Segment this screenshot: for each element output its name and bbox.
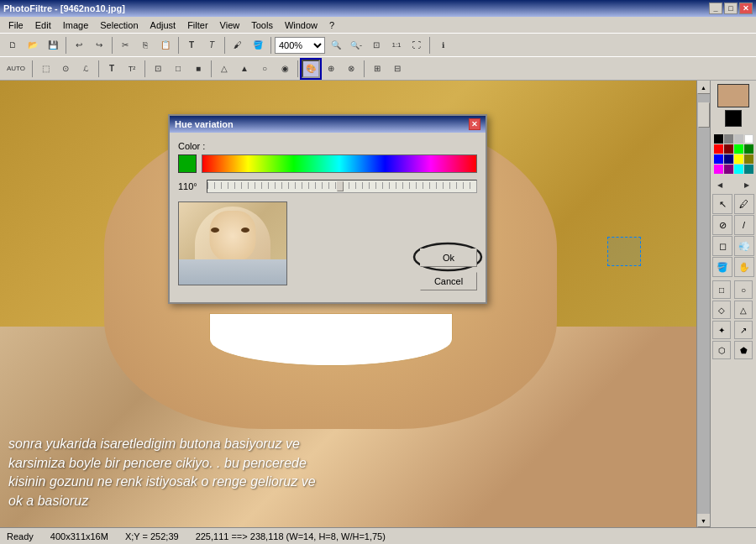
eyedropper-tool[interactable]: ⊕: [322, 60, 340, 78]
scrollbar-up-button[interactable]: ▲: [697, 81, 711, 94]
spray-tool[interactable]: 💨: [734, 236, 754, 256]
zoom-select[interactable]: 400% 200% 100% 50%: [275, 37, 325, 54]
menu-adjust[interactable]: Adjust: [145, 18, 181, 32]
color-black[interactable]: [714, 134, 723, 144]
palette-left[interactable]: ◀: [712, 179, 727, 191]
eyedropper-right[interactable]: 🖊: [734, 194, 754, 214]
color-yellow[interactable]: [734, 154, 743, 164]
dialog-close-button[interactable]: ✕: [469, 118, 480, 130]
main-color-swatch[interactable]: [717, 84, 749, 107]
color-blue[interactable]: [714, 154, 723, 164]
zoom-out-button[interactable]: 🔍-: [347, 36, 365, 55]
scrollbar-track[interactable]: [697, 94, 710, 514]
undo-button[interactable]: ↩: [70, 36, 88, 55]
text-tool-b[interactable]: T²: [123, 60, 141, 78]
vertical-scrollbar[interactable]: ▲ ▼: [696, 81, 710, 527]
menu-image[interactable]: Image: [58, 18, 94, 32]
text-button[interactable]: T: [182, 36, 201, 55]
fill-button[interactable]: 🪣: [249, 36, 267, 55]
fill-shape[interactable]: ■: [189, 60, 207, 78]
ellipse-tool[interactable]: ◉: [276, 60, 294, 78]
info-button[interactable]: ℹ: [433, 36, 452, 55]
menu-view[interactable]: View: [215, 18, 245, 32]
color-white[interactable]: [744, 134, 753, 144]
color-gray[interactable]: [724, 134, 733, 144]
ok-button[interactable]: Ok: [420, 248, 477, 267]
color-aqua[interactable]: [734, 165, 743, 174]
color-fuchsia[interactable]: [714, 165, 723, 174]
text-tool-a[interactable]: T: [102, 60, 121, 78]
brush-right[interactable]: ⊘: [712, 215, 732, 235]
color-teal[interactable]: [744, 165, 753, 174]
crop-tool[interactable]: ⊡: [149, 60, 167, 78]
rect-tool[interactable]: □: [169, 60, 187, 78]
triangle-tool[interactable]: △: [215, 60, 234, 78]
menu-help[interactable]: ?: [324, 18, 339, 32]
color-picker-tool[interactable]: 🎨: [302, 60, 320, 78]
menu-window[interactable]: Window: [280, 18, 323, 32]
hue-slider[interactable]: [207, 180, 477, 193]
ruler-button[interactable]: ⊟: [388, 60, 407, 78]
cancel-button[interactable]: Cancel: [420, 272, 477, 290]
hex-shape[interactable]: ⬡: [712, 341, 731, 359]
triangle-shape[interactable]: △: [734, 301, 753, 319]
fullscreen-button[interactable]: ⛶: [407, 36, 426, 55]
color-olive[interactable]: [744, 154, 753, 164]
star-shape[interactable]: ✦: [712, 321, 731, 339]
pencil-right[interactable]: /: [734, 215, 754, 235]
color-lime[interactable]: [734, 144, 743, 154]
selection-rect[interactable]: ⬚: [36, 60, 55, 78]
color-red[interactable]: [714, 144, 723, 154]
copy-button[interactable]: ⎘: [136, 36, 155, 55]
close-button[interactable]: ✕: [739, 3, 753, 14]
hue-gradient-bar[interactable]: [202, 154, 477, 173]
pointer-tool[interactable]: ↖: [712, 194, 732, 214]
slider-handle[interactable]: [337, 181, 344, 191]
selection-lasso[interactable]: ℒ: [76, 60, 95, 78]
stamp-tool[interactable]: ⊗: [342, 60, 360, 78]
color-green[interactable]: [744, 144, 753, 154]
diamond-shape[interactable]: ◇: [712, 301, 731, 319]
zoom-100-button[interactable]: 1:1: [387, 36, 406, 55]
brush-button[interactable]: 🖌: [228, 36, 247, 55]
scrollbar-thumb[interactable]: [698, 102, 710, 128]
circle-shape[interactable]: ○: [734, 280, 753, 299]
menu-selection[interactable]: Selection: [95, 18, 143, 32]
save-button[interactable]: 💾: [44, 36, 62, 55]
paint-bucket[interactable]: 🪣: [712, 257, 732, 277]
auto-button[interactable]: AUTO: [3, 60, 29, 78]
selection-circle[interactable]: ⊙: [56, 60, 75, 78]
new-button[interactable]: 🗋: [3, 36, 22, 55]
triangle-fill[interactable]: ▲: [235, 60, 254, 78]
menu-filter[interactable]: Filter: [182, 18, 213, 32]
minimize-button[interactable]: _: [709, 3, 722, 14]
status-dimensions: 400x311x16M: [50, 531, 108, 541]
move-tool[interactable]: ✋: [734, 257, 754, 277]
erase-tool[interactable]: ◻: [712, 236, 732, 256]
menu-tools[interactable]: Tools: [246, 18, 278, 32]
dialog-title-bar[interactable]: Hue variation ✕: [170, 116, 486, 133]
grid-button[interactable]: ⊞: [368, 60, 386, 78]
text-italic-button[interactable]: T: [202, 36, 221, 55]
color-silver[interactable]: [734, 134, 743, 144]
circle-tool[interactable]: ○: [255, 60, 274, 78]
color-navy[interactable]: [724, 154, 733, 164]
canvas-area[interactable]: sonra yukarida isaretledigim butona basi…: [0, 81, 696, 527]
paste-button[interactable]: 📋: [156, 36, 175, 55]
scrollbar-down-button[interactable]: ▼: [697, 514, 711, 527]
color-purple[interactable]: [724, 165, 733, 174]
palette-right[interactable]: ▶: [739, 179, 754, 191]
menu-file[interactable]: File: [3, 18, 29, 32]
color-darkred[interactable]: [724, 144, 733, 154]
penta-shape[interactable]: ⬟: [734, 341, 753, 359]
cut-button[interactable]: ✂: [116, 36, 134, 55]
arrow-shape[interactable]: ↗: [734, 321, 753, 339]
redo-button[interactable]: ↪: [90, 36, 108, 55]
zoom-in-button[interactable]: 🔍: [327, 36, 345, 55]
rect-shape[interactable]: □: [712, 280, 731, 299]
maximize-button[interactable]: □: [724, 3, 738, 14]
zoom-fit-button[interactable]: ⊡: [367, 36, 386, 55]
menu-edit[interactable]: Edit: [30, 18, 56, 32]
open-button[interactable]: 📂: [24, 36, 42, 55]
foreground-color[interactable]: [725, 110, 742, 127]
